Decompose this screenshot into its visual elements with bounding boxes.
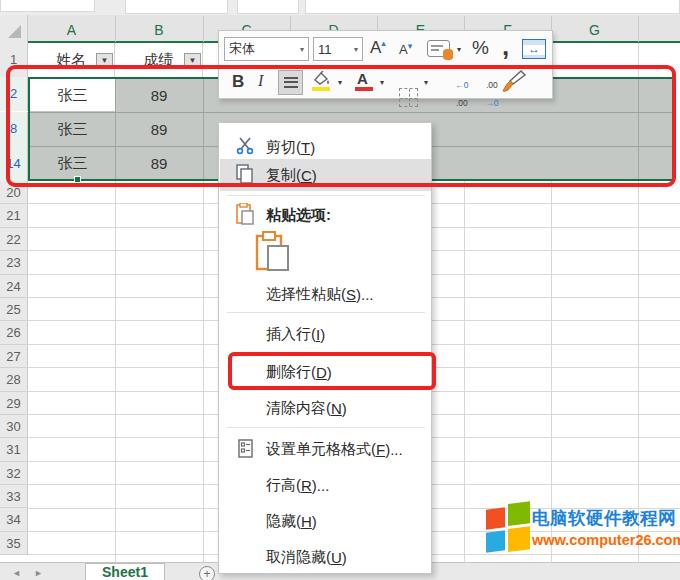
label: ): [327, 364, 332, 381]
ribbon-box: [237, 0, 299, 14]
paint-bucket-icon: [312, 71, 332, 86]
row-header[interactable]: 25: [0, 298, 28, 321]
label: 插入行(: [266, 325, 316, 344]
ribbon-bottom-strip: [0, 0, 680, 15]
gridline: [638, 43, 639, 77]
row-header[interactable]: 32: [0, 462, 28, 485]
filter-icon: ▼: [101, 56, 109, 65]
row-header-14[interactable]: 14: [0, 146, 28, 181]
menu-item-delete-row[interactable]: 删除行(D): [220, 356, 430, 388]
menu-item-unhide[interactable]: 取消隐藏(U): [220, 541, 430, 573]
row-header-1[interactable]: 1: [0, 43, 28, 77]
row-header[interactable]: 33: [0, 485, 28, 508]
copy-icon: [236, 164, 255, 185]
filter-icon: ▼: [189, 56, 197, 65]
row-header[interactable]: 24: [0, 275, 28, 298]
column-header-b[interactable]: B: [115, 20, 203, 40]
row-header[interactable]: 30: [0, 415, 28, 438]
increase-decimal-button[interactable]: ←0 .00: [441, 72, 468, 117]
chevron-down-icon: ▾: [354, 45, 358, 54]
format-painter-button[interactable]: [501, 69, 527, 99]
borders-icon[interactable]: [399, 88, 418, 107]
sheet-nav-right-icon[interactable]: ►: [34, 568, 43, 578]
filter-dropdown-a[interactable]: ▼: [96, 53, 113, 69]
cell-a2-active[interactable]: 张三: [30, 79, 115, 111]
watermark: 电脑软硬件教程网 www.computer26.com: [480, 500, 676, 558]
cell-a8[interactable]: 张三: [30, 113, 115, 145]
accel: C: [301, 167, 312, 184]
row-header[interactable]: 29: [0, 392, 28, 415]
cell-b14[interactable]: 89: [116, 147, 202, 179]
sheet-nav-left-icon[interactable]: ◄: [12, 568, 21, 578]
cell-b8[interactable]: 89: [116, 113, 202, 145]
column-header-a[interactable]: A: [28, 20, 115, 40]
menu-item-paste-special[interactable]: 选择性粘贴(S)...: [220, 278, 430, 310]
row-header[interactable]: 22: [0, 228, 28, 251]
accounting-format-dropdown[interactable]: ▾: [457, 45, 461, 54]
bold-button[interactable]: B: [232, 72, 244, 92]
accel: D: [316, 364, 327, 381]
new-sheet-button[interactable]: +: [199, 566, 215, 580]
sheet-tab-sheet1[interactable]: Sheet1: [85, 563, 165, 580]
gridline: [203, 77, 204, 181]
chevron-down-icon: ▾: [457, 45, 461, 54]
cell-a14[interactable]: 张三: [30, 147, 115, 179]
menu-item-clear-contents[interactable]: 清除内容(N): [220, 392, 430, 424]
filter-dropdown-b[interactable]: ▼: [184, 53, 201, 69]
ribbon-box: [125, 0, 228, 14]
fill-color-dropdown[interactable]: ▾: [338, 78, 342, 87]
row-header[interactable]: 28: [0, 368, 28, 391]
row-header[interactable]: 21: [0, 204, 28, 227]
font-size-select[interactable]: 11 ▾: [313, 37, 363, 61]
row-header[interactable]: 34: [0, 508, 28, 531]
paste-option-button[interactable]: [255, 231, 291, 275]
borders-dropdown[interactable]: ▾: [424, 78, 428, 87]
column-header-g[interactable]: G: [551, 20, 638, 40]
font-color-label: A: [357, 70, 368, 87]
gridline: [203, 181, 204, 562]
menu-item-hide[interactable]: 隐藏(H): [220, 505, 430, 537]
font-name-select[interactable]: 宋体 ▾: [224, 37, 309, 61]
row-header[interactable]: 31: [0, 438, 28, 461]
cell-b2[interactable]: 89: [116, 79, 202, 111]
label: 设置单元格格式(: [266, 440, 376, 459]
accounting-format-icon[interactable]: [427, 40, 450, 57]
menu-separator: [227, 312, 425, 313]
row-header[interactable]: 23: [0, 251, 28, 274]
left-right-arrow-icon: ↔: [528, 42, 540, 56]
increase-font-size-button[interactable]: A▴: [370, 38, 386, 58]
shrink-font-label: A: [399, 42, 408, 57]
row-header[interactable]: 26: [0, 321, 28, 344]
mini-toolbar: 宋体 ▾ 11 ▾ A▴ A▾ ▾ % , ↔ B I: [218, 30, 553, 99]
grow-font-label: A: [370, 38, 381, 57]
label: )...: [385, 441, 403, 458]
center-align-button[interactable]: [278, 70, 303, 95]
dec-decimal-bottom: →0: [485, 98, 498, 108]
row-header-8[interactable]: 8: [0, 112, 28, 146]
menu-item-insert-row[interactable]: 插入行(I): [220, 318, 430, 350]
column-divider: [115, 16, 116, 42]
select-all-triangle-icon: [8, 25, 21, 38]
icon-detail: [443, 49, 453, 60]
label: 粘贴选项:: [266, 206, 331, 225]
row-header[interactable]: 35: [0, 532, 28, 555]
decrease-decimal-button[interactable]: .00 →0: [471, 72, 498, 117]
label: ): [312, 167, 317, 184]
label: 删除行(: [266, 363, 316, 382]
font-color-dropdown[interactable]: ▾: [380, 78, 384, 87]
menu-item-row-height[interactable]: 行高(R)...: [220, 469, 430, 501]
gridline: [464, 181, 465, 562]
chevron-down-icon: ▾: [380, 78, 384, 87]
decrease-font-size-button[interactable]: A▾: [399, 41, 412, 57]
italic-button[interactable]: I: [258, 72, 263, 90]
row-header[interactable]: 20: [0, 181, 28, 204]
comma-style-button[interactable]: ,: [502, 31, 509, 62]
percent-style-button[interactable]: %: [472, 37, 489, 59]
row-header[interactable]: 27: [0, 345, 28, 368]
row-header-2[interactable]: 2: [0, 77, 28, 111]
label: 清除内容(: [266, 399, 331, 418]
inc-decimal-top: ←0: [455, 80, 468, 90]
fill-color-button[interactable]: [312, 71, 332, 90]
merge-center-icon[interactable]: ↔: [522, 39, 546, 59]
font-color-button[interactable]: A: [357, 70, 368, 87]
